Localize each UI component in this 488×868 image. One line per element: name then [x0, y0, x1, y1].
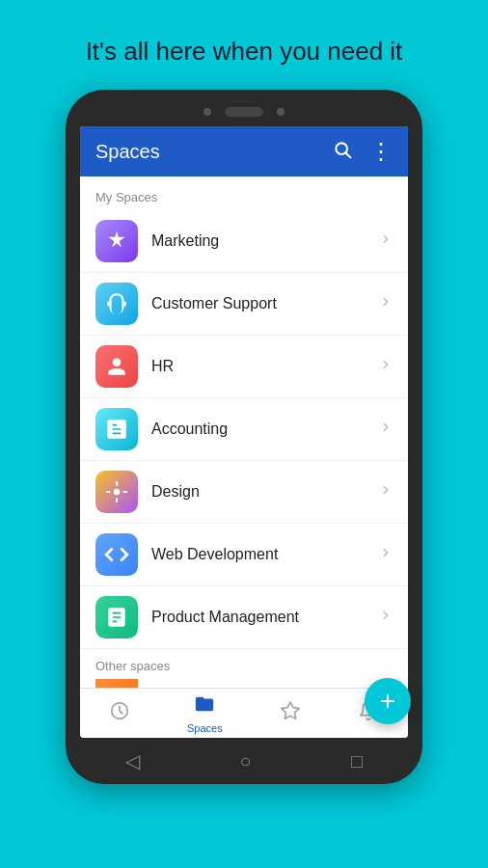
- space-chevron-web-development: [379, 546, 393, 563]
- phone-screen: Spaces ⋮ My Spaces MarketingCustomer Sup…: [80, 126, 408, 738]
- phone-frame: Spaces ⋮ My Spaces MarketingCustomer Sup…: [66, 90, 422, 784]
- nav-recent[interactable]: [109, 700, 130, 727]
- space-chevron-design: [379, 483, 393, 501]
- space-item-design[interactable]: Design: [80, 461, 408, 524]
- app-header: Spaces ⋮: [80, 126, 408, 176]
- search-icon[interactable]: [333, 140, 352, 164]
- camera-dot-2: [277, 108, 285, 116]
- space-item-customer-support[interactable]: Customer Support: [80, 273, 408, 336]
- spaces-nav-label: Spaces: [187, 722, 223, 734]
- space-icon-hr: [95, 345, 138, 388]
- more-icon[interactable]: ⋮: [369, 140, 393, 163]
- space-item-product-management[interactable]: Product Management: [80, 586, 408, 649]
- space-name-accounting: Accounting: [151, 420, 379, 438]
- fab-add[interactable]: +: [365, 678, 411, 724]
- other-spaces-label: Other spaces: [80, 649, 408, 679]
- svg-point-2: [113, 358, 122, 366]
- space-name-web-development: Web Development: [151, 546, 379, 563]
- camera-dot: [203, 108, 211, 116]
- header-icons: ⋮: [333, 140, 393, 164]
- space-item-hr[interactable]: HR: [80, 336, 408, 398]
- space-chevron-product-management: [379, 609, 393, 626]
- space-chevron-customer-support: [379, 295, 393, 312]
- space-name-design: Design: [151, 483, 379, 501]
- space-name-hr: HR: [151, 358, 379, 375]
- space-icon-marketing: [95, 220, 138, 262]
- nav-spaces[interactable]: Spaces: [187, 693, 223, 734]
- headline: It's all here when you need it: [67, 37, 422, 67]
- space-name-marketing: Marketing: [151, 232, 379, 250]
- speaker: [225, 107, 263, 117]
- starred-icon: [280, 700, 301, 727]
- space-icon-customer-support: [95, 283, 138, 325]
- partial-space-icon: [95, 679, 138, 688]
- app-title: Spaces: [95, 141, 333, 163]
- space-name-customer-support: Customer Support: [151, 295, 379, 312]
- svg-point-4: [114, 489, 121, 496]
- space-name-product-management: Product Management: [151, 609, 379, 626]
- home-button[interactable]: ○: [239, 750, 251, 773]
- space-item-web-development[interactable]: Web Development: [80, 524, 408, 586]
- space-item-marketing[interactable]: Marketing: [80, 210, 408, 273]
- space-item-accounting[interactable]: Accounting: [80, 398, 408, 461]
- spaces-icon: [194, 693, 215, 720]
- svg-marker-10: [282, 701, 299, 718]
- recent-icon: [109, 700, 130, 727]
- nav-starred[interactable]: [280, 700, 301, 727]
- space-icon-product-management: [95, 596, 138, 638]
- phone-camera-row: [75, 107, 413, 117]
- my-spaces-label: My Spaces: [80, 176, 408, 210]
- space-icon-design: [95, 471, 138, 513]
- svg-line-1: [346, 152, 351, 157]
- android-nav: ◁ ○ □: [75, 746, 413, 774]
- space-icon-accounting: [95, 408, 138, 450]
- bottom-nav: Spaces: [80, 688, 408, 738]
- space-chevron-marketing: [379, 232, 393, 250]
- space-icon-web-development: [95, 533, 138, 576]
- space-chevron-hr: [379, 358, 393, 375]
- spaces-list: MarketingCustomer SupportHRAccountingDes…: [80, 210, 408, 649]
- content-area: My Spaces MarketingCustomer SupportHRAcc…: [80, 176, 408, 688]
- partial-space-item[interactable]: [80, 679, 408, 688]
- space-chevron-accounting: [379, 420, 393, 438]
- recents-button[interactable]: □: [351, 750, 363, 773]
- back-button[interactable]: ◁: [125, 749, 140, 773]
